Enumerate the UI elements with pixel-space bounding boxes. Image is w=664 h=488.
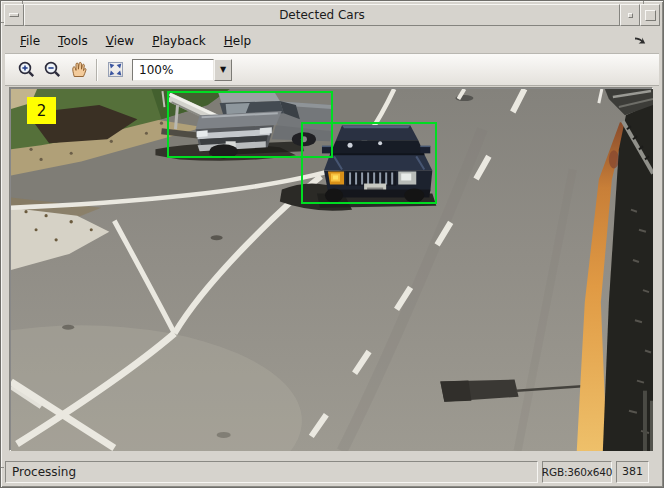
- title-bar[interactable]: Detected Cars: [4, 4, 660, 26]
- zoom-out-button[interactable]: [39, 57, 65, 83]
- video-canvas[interactable]: 2: [11, 89, 653, 451]
- detection-overlay: 2: [11, 89, 653, 451]
- toolbar: 100% ▼: [5, 53, 659, 86]
- frame-count-label: 2: [27, 97, 56, 124]
- minimize-button[interactable]: [620, 4, 640, 26]
- status-message: Processing: [5, 461, 538, 483]
- video-display-frame: 2: [9, 87, 653, 451]
- maximize-icon: [645, 10, 656, 21]
- menu-item-view[interactable]: View: [97, 31, 143, 51]
- app-window: Detected Cars FileToolsViewPlaybackHelp: [0, 0, 664, 488]
- dropdown-arrow-icon[interactable]: ▼: [214, 59, 232, 81]
- zoom-out-icon: [43, 60, 62, 79]
- magnification-combo[interactable]: 100% ▼: [132, 59, 232, 81]
- zoom-in-button[interactable]: [13, 57, 39, 83]
- minimize-icon: [628, 13, 633, 18]
- frame-notch: [1, 467, 4, 468]
- menu-item-help[interactable]: Help: [215, 31, 260, 51]
- pixel-info-field: RGB:360x640: [542, 461, 612, 483]
- window-menu-button[interactable]: [4, 4, 24, 26]
- menu-item-tools[interactable]: Tools: [49, 31, 97, 51]
- maintain-fit-icon: [106, 60, 125, 79]
- toolbar-separator: [96, 59, 97, 81]
- window-title: Detected Cars: [279, 8, 365, 22]
- magnification-value[interactable]: 100%: [132, 59, 214, 81]
- zoom-in-icon: [17, 60, 36, 79]
- frame-number-field: 381: [616, 461, 649, 483]
- detection-box-2: [301, 122, 437, 204]
- title-area: Detected Cars: [24, 4, 620, 26]
- window-menu-icon: [9, 13, 19, 17]
- menu-item-file[interactable]: File: [11, 31, 49, 51]
- pan-button[interactable]: [65, 57, 91, 83]
- status-bar: Processing RGB:360x640 381: [5, 458, 649, 485]
- pan-hand-icon: [69, 60, 88, 79]
- menu-item-playback[interactable]: Playback: [143, 31, 215, 51]
- maintain-fit-button[interactable]: [102, 57, 128, 83]
- maximize-button[interactable]: [640, 4, 660, 26]
- menu-bar: FileToolsViewPlaybackHelp: [5, 28, 659, 53]
- undock-arrow-icon[interactable]: [634, 35, 647, 46]
